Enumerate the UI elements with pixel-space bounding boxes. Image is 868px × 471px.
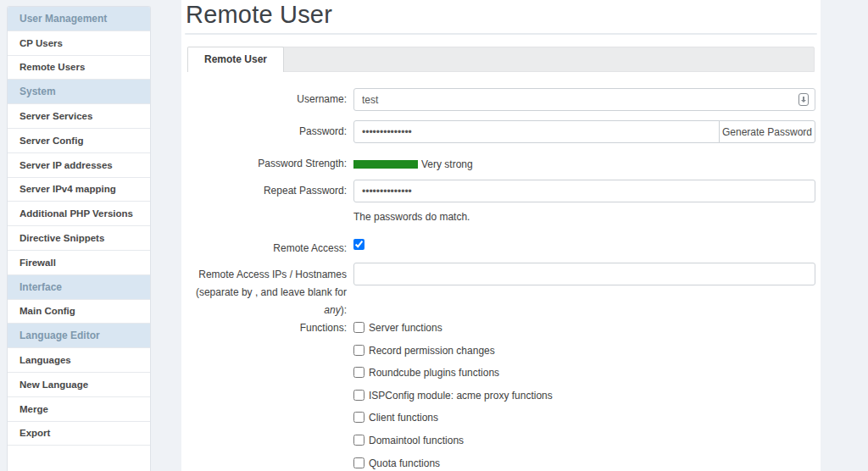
- sidebar-item-remote-users[interactable]: Remote Users: [8, 56, 150, 80]
- function-option-label: Record permission changes: [369, 345, 495, 357]
- password-strength-text: Very strong: [421, 158, 473, 170]
- function-checkbox[interactable]: [353, 412, 364, 423]
- repeat-password-input[interactable]: [353, 180, 815, 202]
- password-label: Password:: [181, 120, 353, 143]
- sidebar-section-header: Language Editor: [8, 324, 150, 348]
- sidebar-section-header: User Management: [8, 7, 150, 31]
- sidebar-label: Server Services: [19, 111, 92, 121]
- sidebar-label: Directive Snippets: [19, 233, 104, 243]
- sidebar-item-additional-php-versions[interactable]: Additional PHP Versions: [8, 202, 150, 226]
- remote-access-checkbox[interactable]: [353, 239, 364, 250]
- sidebar-item-languages[interactable]: Languages: [8, 348, 150, 373]
- sidebar-section-header: Interface: [8, 275, 150, 300]
- main-content: Remote User Remote User Username: Passwo…: [181, 0, 821, 471]
- sidebar-section-header: System: [8, 80, 150, 104]
- tab-remote-user[interactable]: Remote User: [187, 47, 284, 72]
- sidebar-label: Main Config: [19, 306, 75, 316]
- sidebar-item-firewall[interactable]: Firewall: [8, 251, 150, 275]
- repeat-password-row: Repeat Password:: [181, 180, 815, 202]
- sidebar-label: System: [19, 86, 56, 97]
- function-option-label: Server functions: [369, 322, 442, 334]
- function-option-label: ISPConfig module: acme proxy functions: [369, 390, 553, 402]
- sidebar-item-server-config[interactable]: Server Config: [8, 129, 150, 153]
- password-strength-label: Password Strength:: [181, 158, 353, 169]
- sidebar-label: New Language: [19, 380, 88, 390]
- sidebar-label: Merge: [19, 404, 48, 414]
- sidebar-item-export[interactable]: Export: [8, 422, 150, 446]
- functions-row: Functions: Server functionsRecord permis…: [181, 322, 815, 471]
- sidebar-label: Server IP addresses: [19, 160, 113, 170]
- function-option[interactable]: Domaintool functions: [353, 435, 815, 446]
- sidebar-item-cp-users[interactable]: CP Users: [8, 31, 150, 56]
- sidebar-label: Server IPv4 mapping: [19, 184, 116, 194]
- sidebar-label: User Management: [19, 13, 107, 25]
- remote-access-ips-input[interactable]: [353, 263, 815, 285]
- sidebar-item-server-ip-addresses[interactable]: Server IP addresses: [8, 153, 150, 178]
- sidebar-item-new-language[interactable]: New Language: [8, 373, 150, 397]
- sidebar-label: CP Users: [19, 38, 63, 48]
- functions-list: Server functionsRecord permission change…: [353, 322, 815, 471]
- username-input[interactable]: [353, 88, 815, 111]
- sidebar: User ManagementCP UsersRemote UsersSyste…: [7, 6, 151, 471]
- function-checkbox[interactable]: [353, 367, 364, 378]
- function-option[interactable]: Roundcube plugins functions: [353, 367, 815, 379]
- sidebar-item-merge[interactable]: Merge: [8, 397, 150, 422]
- function-option-label: Roundcube plugins functions: [369, 367, 499, 379]
- sidebar-item-server-services[interactable]: Server Services: [8, 104, 150, 129]
- password-match-text: The passwords do match.: [353, 211, 470, 223]
- remote-access-ips-label: Remote Access IPs / Hostnames (separate …: [181, 263, 353, 319]
- sidebar-label: Languages: [19, 355, 71, 365]
- function-option-label: Domaintool functions: [369, 435, 464, 446]
- sidebar-label: Interface: [19, 281, 62, 293]
- repeat-password-label: Repeat Password:: [181, 180, 353, 202]
- function-option[interactable]: Quota functions: [353, 457, 815, 469]
- title-divider: [185, 33, 817, 35]
- sidebar-label: Remote Users: [19, 62, 85, 72]
- username-label: Username:: [181, 88, 353, 111]
- function-option-label: Client functions: [369, 412, 438, 424]
- function-checkbox[interactable]: [353, 457, 364, 468]
- autofill-icon[interactable]: [798, 93, 809, 106]
- generate-password-button[interactable]: Generate Password: [719, 120, 815, 143]
- function-checkbox[interactable]: [353, 322, 364, 333]
- password-input[interactable]: [353, 120, 720, 143]
- sidebar-label: Export: [19, 428, 50, 438]
- sidebar-label: Firewall: [19, 258, 56, 268]
- function-option[interactable]: Record permission changes: [353, 345, 815, 357]
- remote-access-row: Remote Access:: [181, 237, 815, 260]
- remote-access-label: Remote Access:: [181, 237, 353, 260]
- page-title: Remote User: [186, 1, 332, 29]
- functions-label: Functions:: [181, 322, 353, 334]
- sidebar-item-partial: [8, 446, 150, 470]
- password-match-row: The passwords do match.: [181, 208, 815, 224]
- function-option[interactable]: Client functions: [353, 412, 815, 424]
- sidebar-item-directive-snippets[interactable]: Directive Snippets: [8, 226, 150, 251]
- sidebar-label: Language Editor: [19, 330, 100, 341]
- sidebar-label: Server Config: [19, 136, 83, 146]
- function-option[interactable]: ISPConfig module: acme proxy functions: [353, 390, 815, 402]
- remote-access-ips-row: Remote Access IPs / Hostnames (separate …: [181, 263, 815, 319]
- password-strength-row: Password Strength: Very strong: [181, 158, 815, 170]
- username-row: Username:: [181, 88, 815, 111]
- sidebar-label: Additional PHP Versions: [19, 208, 133, 219]
- function-option-label: Quota functions: [369, 457, 440, 469]
- function-checkbox[interactable]: [353, 435, 364, 446]
- password-strength-bar: [353, 160, 418, 169]
- sidebar-item-server-ipv4-mapping[interactable]: Server IPv4 mapping: [8, 178, 150, 202]
- function-option[interactable]: Server functions: [353, 322, 815, 334]
- sidebar-item-main-config[interactable]: Main Config: [8, 300, 150, 324]
- function-checkbox[interactable]: [353, 390, 364, 401]
- password-row: Password: Generate Password: [181, 120, 815, 143]
- tab-bar: Remote User: [187, 47, 815, 72]
- function-checkbox[interactable]: [353, 345, 364, 356]
